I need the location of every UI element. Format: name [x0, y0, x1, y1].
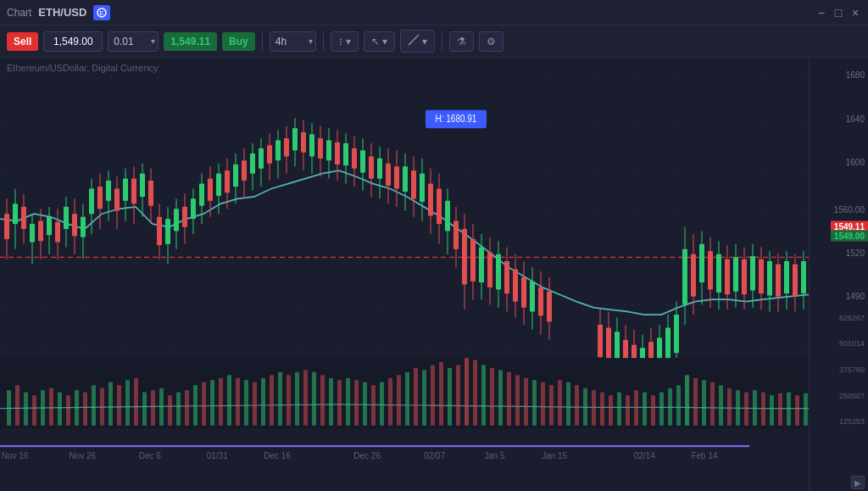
svg-text:E: E — [100, 9, 104, 17]
svg-rect-116 — [437, 188, 442, 224]
svg-rect-255 — [507, 372, 511, 426]
price-1560: 1560.00 — [834, 204, 865, 214]
svg-rect-213 — [151, 390, 155, 426]
timeframe-select[interactable]: 4h 1h 1d 1w — [270, 31, 316, 52]
time-label-dec6: Dec 6 — [139, 451, 161, 460]
svg-rect-30 — [72, 214, 77, 236]
svg-rect-235 — [337, 380, 342, 425]
time-label-0207: 02/07 — [424, 451, 445, 460]
svg-rect-132 — [504, 261, 509, 293]
svg-rect-265 — [592, 390, 596, 426]
buy-button[interactable]: Buy — [222, 32, 255, 51]
svg-rect-88 — [318, 138, 323, 159]
price-1640: 1640 — [846, 114, 865, 123]
toolbar: Sell 0.01 0.1 1.0 1,549.11 Buy 4h 1h 1d … — [0, 25, 868, 58]
svg-rect-289 — [795, 395, 799, 426]
svg-rect-54 — [174, 209, 179, 231]
sell-button[interactable]: Sell — [7, 32, 38, 51]
scroll-right-button[interactable]: ▶ — [851, 476, 865, 489]
cursor-icon: ↖ — [371, 36, 380, 47]
price-1680: 1680 — [846, 70, 865, 80]
beaker-button[interactable]: ⚗ — [449, 31, 474, 52]
svg-rect-279 — [710, 382, 715, 426]
svg-rect-174 — [725, 259, 730, 295]
svg-rect-216 — [176, 393, 181, 426]
svg-rect-217 — [185, 390, 189, 426]
svg-rect-34 — [89, 188, 94, 214]
svg-rect-130 — [496, 254, 501, 290]
time-label-nov16: Nov 16 — [2, 451, 29, 460]
svg-rect-210 — [125, 380, 130, 425]
sell-price-input[interactable] — [43, 31, 103, 52]
svg-rect-267 — [609, 395, 613, 426]
separator-2 — [323, 33, 324, 50]
svg-rect-36 — [97, 187, 103, 209]
cursor-button[interactable]: ↖ ▾ — [364, 31, 395, 52]
svg-rect-142 — [547, 292, 552, 322]
separator-3 — [442, 33, 442, 50]
svg-rect-184 — [767, 261, 772, 295]
time-label-feb14: Feb 14 — [691, 451, 717, 460]
svg-rect-112 — [420, 174, 425, 202]
svg-rect-182 — [759, 259, 764, 293]
svg-rect-278 — [702, 380, 706, 425]
svg-rect-42 — [123, 179, 128, 201]
time-label-0214: 02/14 — [634, 451, 655, 460]
indicators-arrow: ▾ — [346, 36, 351, 47]
svg-line-2 — [409, 35, 419, 45]
svg-rect-230 — [295, 372, 299, 426]
svg-rect-239 — [371, 385, 376, 426]
cursor-arrow: ▾ — [382, 36, 387, 47]
svg-rect-259 — [541, 382, 545, 426]
svg-rect-74 — [259, 148, 264, 169]
svg-rect-238 — [363, 382, 367, 426]
svg-rect-240 — [380, 382, 384, 426]
settings-button[interactable]: ⚙ — [479, 31, 504, 52]
chart-main[interactable]: Ethereum/USDollar, Digital Currency — [0, 58, 809, 491]
svg-rect-138 — [530, 282, 535, 312]
svg-rect-249 — [456, 365, 460, 425]
svg-rect-287 — [778, 393, 782, 426]
svg-rect-209 — [117, 385, 121, 426]
svg-rect-248 — [448, 368, 452, 426]
vol-375760: 375760 — [839, 365, 865, 374]
maximize-button[interactable]: □ — [832, 7, 844, 19]
svg-rect-98 — [360, 150, 365, 172]
svg-rect-80 — [284, 138, 289, 156]
minimize-button[interactable]: − — [815, 7, 827, 19]
svg-rect-273 — [659, 393, 664, 426]
svg-rect-250 — [465, 358, 469, 426]
svg-rect-22 — [38, 221, 43, 242]
svg-rect-18 — [21, 207, 26, 229]
close-button[interactable]: × — [849, 7, 861, 19]
svg-rect-162 — [674, 315, 679, 353]
svg-rect-114 — [428, 184, 433, 216]
svg-rect-108 — [403, 166, 408, 192]
svg-rect-32 — [81, 217, 86, 237]
svg-rect-180 — [750, 256, 755, 290]
svg-rect-271 — [643, 393, 647, 426]
svg-rect-258 — [532, 380, 537, 425]
indicators-button[interactable]: ⫶ ▾ — [331, 31, 359, 52]
svg-rect-275 — [676, 385, 681, 426]
lot-size-select[interactable]: 0.01 0.1 1.0 — [108, 31, 159, 52]
svg-rect-264 — [583, 388, 587, 426]
time-label-jan5: Jan 5 — [484, 451, 504, 460]
svg-rect-28 — [64, 207, 69, 229]
time-label-dec26: Dec 26 — [353, 451, 381, 460]
svg-rect-126 — [479, 247, 484, 282]
line-tool-button[interactable]: ▾ — [400, 30, 435, 53]
svg-rect-14 — [4, 214, 9, 239]
svg-rect-90 — [326, 140, 331, 160]
svg-rect-218 — [193, 385, 198, 426]
svg-rect-172 — [716, 254, 721, 293]
svg-rect-202 — [58, 393, 62, 426]
svg-rect-232 — [312, 372, 316, 426]
svg-rect-118 — [445, 201, 450, 232]
line-icon — [408, 34, 420, 48]
svg-rect-60 — [199, 184, 204, 206]
svg-rect-144 — [598, 325, 603, 357]
svg-rect-78 — [275, 140, 281, 160]
svg-rect-190 — [793, 265, 798, 297]
svg-rect-221 — [219, 378, 223, 426]
